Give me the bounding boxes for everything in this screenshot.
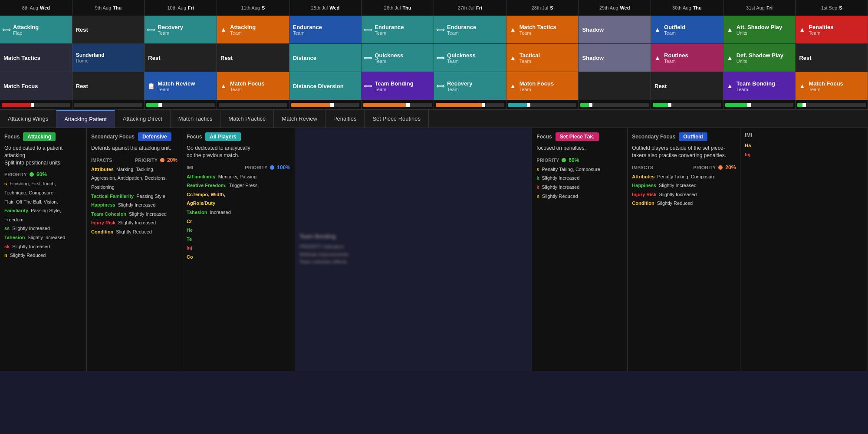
training-cell-rest4[interactable]: Rest	[796, 44, 868, 72]
progress-cell-1	[72, 100, 145, 109]
training-cell-shadow2[interactable]: Shadow	[579, 44, 651, 72]
exchange-icon: ⟺	[364, 54, 372, 62]
training-cell-recovery[interactable]: ⟺ Recovery Team	[145, 16, 217, 43]
training-cell-endurance3[interactable]: ⟺ Endurance Team	[434, 16, 506, 43]
tab-set-piece[interactable]: Set Piece Routines	[365, 110, 429, 128]
training-cell-tactical[interactable]: ▲ Tactical Team	[506, 44, 579, 72]
alert-icon: ▲	[654, 54, 661, 62]
exchange-icon: ⟺	[437, 26, 444, 33]
date-cell-1: 9th AugThu	[72, 0, 145, 16]
training-cell-quickness1[interactable]: ⟺ Quickness Team	[362, 44, 434, 72]
alert-icon: ▲	[798, 82, 806, 90]
clipboard-icon: 📋	[147, 82, 155, 90]
training-row-2: Match Tactics Sunderland Home Rest Rest …	[0, 44, 868, 72]
alert-icon: ▲	[509, 54, 517, 62]
progress-cell-7	[506, 100, 579, 109]
detail-panel-3: Focus All Players Go dedicated to analyt…	[182, 128, 295, 371]
details-area: Focus Attacking Go dedicated to a patien…	[0, 128, 868, 371]
date-cell-6: 27th JulFri	[434, 0, 506, 16]
training-cell-rest6[interactable]: Rest	[651, 72, 723, 100]
training-cell-penalties[interactable]: ▲ Penalties Team	[796, 16, 868, 43]
training-cell-distance[interactable]: Distance	[289, 44, 362, 72]
exchange-icon: ⟺	[437, 54, 444, 62]
alert-icon: ▲	[726, 82, 734, 90]
training-cell[interactable]: ⟺ Attacking Flap	[0, 16, 72, 43]
training-grid: ⟺ Attacking Flap Rest ⟺ Recovery Team ▲ …	[0, 16, 868, 100]
training-cell-rest[interactable]: Rest	[72, 16, 145, 43]
date-cell-8: 29th AugWed	[579, 0, 651, 16]
progress-cell-4	[289, 100, 362, 109]
alert-icon: ▲	[726, 54, 734, 62]
alert-icon: ▲	[654, 26, 661, 33]
date-cell-5: 26th JulThu	[362, 0, 434, 16]
alert-icon: ▲	[509, 26, 517, 33]
training-cell-empty[interactable]	[579, 72, 651, 100]
tab-penalties[interactable]: Penalties	[326, 110, 365, 128]
progress-cell-3	[217, 100, 289, 109]
training-cell-match-focus2[interactable]: ▲ Match Focus Team	[217, 72, 289, 100]
date-cell-0: 8th AugWed	[0, 0, 72, 16]
date-cell-10: 31st AugFri	[723, 0, 796, 16]
tab-match-practice[interactable]: Match Practice	[220, 110, 274, 128]
progress-row	[0, 100, 868, 110]
progress-cell-0	[0, 100, 72, 109]
progress-cell-10	[723, 100, 796, 109]
detail-panel-2: Secondary Focus Defensive Defends agains…	[87, 128, 182, 371]
detail-panel-7: IMI Ha Inj	[740, 128, 868, 371]
training-tabs: Attacking Wings Attacking Patient Attack…	[0, 110, 868, 128]
exchange-icon: ⟺	[147, 26, 155, 33]
training-cell-routines[interactable]: ▲ Routines Team	[651, 44, 723, 72]
training-cell-rest3[interactable]: Rest	[217, 44, 289, 72]
training-cell-recovery2[interactable]: ⟺ Recovery Team	[434, 72, 506, 100]
date-cell-3: 11th AugS	[217, 0, 289, 16]
bottom-section: Attacking Wings Attacking Patient Attack…	[0, 110, 868, 371]
alert-icon: ▲	[726, 26, 734, 33]
date-header: 8th AugWed 9th AugThu 10th AugFri 11th A…	[0, 0, 868, 16]
training-cell-match-review[interactable]: 📋 Match Review Team	[145, 72, 217, 100]
tab-match-review[interactable]: Match Review	[274, 110, 326, 128]
training-cell-match-focus4[interactable]: ▲ Match Focus Team	[796, 72, 868, 100]
training-cell-attacking2[interactable]: ▲ Attacking Team	[217, 16, 289, 43]
training-cell-match-tactics[interactable]: ▲ Match Tactics Team	[506, 16, 579, 43]
training-cell-def-shadow[interactable]: ▲ Def. Shadow Play Units	[723, 44, 796, 72]
detail-panel-1: Focus Attacking Go dedicated to a patien…	[0, 128, 87, 371]
training-row-1: ⟺ Attacking Flap Rest ⟺ Recovery Team ▲ …	[0, 16, 868, 44]
alert-icon: ▲	[798, 26, 806, 33]
tab-match-tactics[interactable]: Match Tactics	[171, 110, 221, 128]
training-cell-endurance2[interactable]: ⟺ Endurance Team	[362, 16, 434, 43]
training-cell-quickness2[interactable]: ⟺ Quickness Team	[434, 44, 506, 72]
date-cell-11: 1st SepS	[796, 0, 868, 16]
tab-attacking-wings[interactable]: Attacking Wings	[0, 110, 56, 128]
calendar-section: 8th AugWed 9th AugThu 10th AugFri 11th A…	[0, 0, 868, 110]
training-row-3: Match Focus Rest 📋 Match Review Team ▲ M…	[0, 72, 868, 100]
training-cell-team-bonding2[interactable]: ▲ Team Bonding Team	[723, 72, 796, 100]
training-cell-shadow1[interactable]: Shadow	[579, 16, 651, 43]
alert-icon: ▲	[220, 26, 227, 33]
tab-attacking-patient[interactable]: Attacking Patient	[56, 110, 115, 128]
exchange-icon: ⟺	[3, 26, 10, 33]
alert-icon: ▲	[220, 82, 227, 90]
date-cell-4: 25th JulWed	[289, 0, 362, 16]
date-cell-2: 10th AugFri	[145, 0, 217, 16]
training-cell-fixture[interactable]: Sunderland Home	[72, 44, 145, 72]
progress-cell-6	[434, 100, 506, 109]
training-cell-outfield[interactable]: ▲ Outfield Team	[651, 16, 723, 43]
progress-cell-5	[362, 100, 434, 109]
date-cell-7: 28th JulS	[506, 0, 579, 16]
training-cell-rest2[interactable]: Rest	[145, 44, 217, 72]
exchange-icon: ⟺	[437, 82, 444, 90]
detail-panel-blurred: Team Bonding PRIORITY indicators Attribu…	[295, 128, 532, 371]
training-cell-team-bonding1[interactable]: ⟺ Team Bonding Team	[362, 72, 434, 100]
detail-panel-penalties: Focus Set Piece Tak. focused on penaltie…	[532, 128, 628, 371]
training-cell-att-shadow[interactable]: ▲ Att. Shadow Play Units	[723, 16, 796, 43]
training-cell-match-focus3[interactable]: ▲ Match Focus Team	[506, 72, 579, 100]
training-cell-endurance1[interactable]: Endurance Team	[289, 16, 362, 43]
training-cell-rest5[interactable]: Rest	[72, 72, 145, 100]
training-cell-match-focus1[interactable]: Match Focus	[0, 72, 72, 100]
exchange-icon: ⟺	[364, 82, 372, 90]
training-cell-match-tactics2[interactable]: Match Tactics	[0, 44, 72, 72]
progress-cell-2	[145, 100, 217, 109]
progress-cell-8	[579, 100, 651, 109]
training-cell-distance-div[interactable]: Distance Diversion	[289, 72, 362, 100]
tab-attacking-direct[interactable]: Attacking Direct	[115, 110, 171, 128]
